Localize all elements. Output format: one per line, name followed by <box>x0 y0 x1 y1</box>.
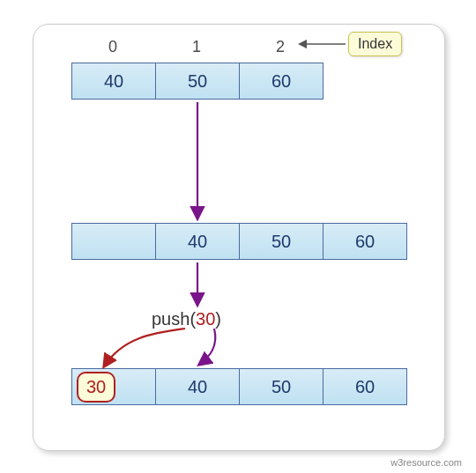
push-name: push <box>152 309 190 329</box>
array1-cell-1: 50 <box>155 63 240 100</box>
array1-cell-0: 40 <box>71 63 156 100</box>
attribution: w3resource.com <box>390 457 462 468</box>
index-2: 2 <box>267 38 294 56</box>
index-1: 1 <box>183 38 210 56</box>
index-label-box: Index <box>348 32 402 56</box>
diagram-canvas: 0 1 2 Index 40 50 60 40 50 60 push(30) 3… <box>0 0 476 473</box>
array2-cell-3: 60 <box>323 223 407 260</box>
array3-cell-3: 60 <box>323 368 407 405</box>
array3-cell-1: 40 <box>155 368 240 405</box>
array2-cell-2: 50 <box>239 223 324 260</box>
inserted-pill: 30 <box>77 372 115 403</box>
array3-cell-2: 50 <box>239 368 324 405</box>
array1-cell-2: 60 <box>239 63 324 100</box>
array2-cell-0 <box>71 223 156 260</box>
push-label: push(30) <box>152 309 221 329</box>
index-label-text: Index <box>358 36 392 51</box>
push-arg: 30 <box>196 309 215 329</box>
index-0: 0 <box>100 38 126 56</box>
array2-cell-1: 40 <box>155 223 240 260</box>
